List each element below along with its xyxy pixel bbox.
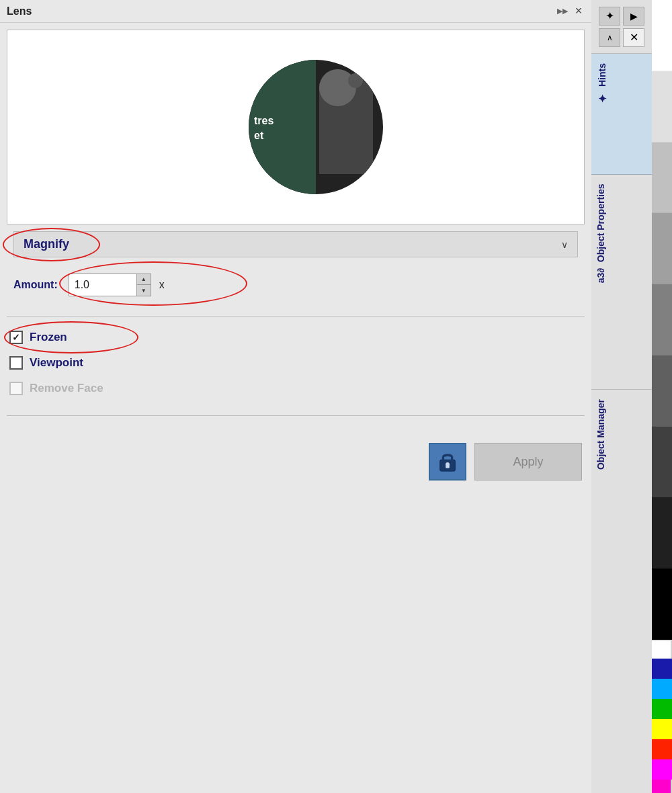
amount-spin-up[interactable]: ▲ bbox=[137, 274, 151, 285]
gray-swatch-6[interactable] bbox=[652, 427, 672, 498]
frozen-annotation-circle bbox=[4, 321, 138, 353]
checkboxes-section: ✓ Frozen Viewpoint Remove Face bbox=[0, 331, 591, 395]
lock-button[interactable] bbox=[429, 443, 466, 481]
viewpoint-label: Viewpoint bbox=[30, 356, 83, 370]
close-icon[interactable]: × bbox=[573, 5, 585, 17]
obj-manager-tab[interactable]: Object Manager bbox=[591, 390, 610, 479]
amount-spinners: ▲ ▼ bbox=[136, 274, 151, 296]
hints-tab[interactable]: ✦ Hints bbox=[591, 54, 612, 114]
expand-icon[interactable]: ▶▶ bbox=[556, 5, 569, 17]
viewpoint-checkbox-row[interactable]: Viewpoint bbox=[9, 356, 582, 370]
divider-bottom bbox=[7, 415, 585, 416]
amount-spin-down[interactable]: ▼ bbox=[137, 285, 151, 296]
gray-swatch-7[interactable] bbox=[652, 497, 672, 569]
gray-swatches bbox=[652, 0, 672, 640]
divider-top bbox=[7, 317, 585, 317]
hints-icon: ✦ bbox=[595, 92, 608, 105]
preview-area: tres et bbox=[7, 30, 585, 224]
title-icons: ▶▶ × bbox=[556, 5, 585, 17]
extra-swatch[interactable] bbox=[652, 780, 671, 793]
hints-tab-label: Hints bbox=[597, 63, 607, 87]
color-swatches bbox=[652, 659, 672, 780]
remove-face-label: Remove Face bbox=[30, 382, 103, 395]
remove-face-checkbox-row: Remove Face bbox=[9, 382, 582, 395]
color-swatch-3[interactable] bbox=[652, 719, 672, 739]
lens-type-label: Magnify bbox=[24, 237, 69, 251]
svg-point-2 bbox=[446, 462, 450, 466]
viewpoint-checkbox[interactable] bbox=[9, 356, 23, 370]
gray-swatch-5[interactable] bbox=[652, 356, 672, 427]
apply-button[interactable]: Apply bbox=[474, 443, 582, 481]
frozen-checkbox[interactable]: ✓ bbox=[9, 331, 23, 344]
obj-properties-tab-label: Object Properties bbox=[595, 184, 606, 263]
top-icon-scatter[interactable]: ✦ bbox=[599, 7, 620, 26]
amount-label: Amount: bbox=[13, 279, 58, 291]
gray-swatch-0[interactable] bbox=[652, 0, 672, 71]
top-icon-x[interactable]: ✕ bbox=[623, 28, 644, 47]
obj-properties-tab[interactable]: a3∂ Object Properties bbox=[591, 175, 610, 292]
obj-manager-tab-section: Object Manager bbox=[591, 390, 652, 793]
obj-props-icon: a3∂ bbox=[595, 268, 606, 284]
lens-type-section: Magnify ∨ bbox=[7, 231, 585, 257]
apply-label: Apply bbox=[513, 455, 543, 469]
top-icon-up[interactable]: ∧ bbox=[599, 28, 620, 47]
color-swatch-1[interactable] bbox=[652, 679, 672, 699]
lens-type-dropdown[interactable]: Magnify ∨ bbox=[13, 231, 578, 257]
frozen-checkbox-row[interactable]: ✓ Frozen bbox=[9, 331, 582, 344]
gray-swatch-1[interactable] bbox=[652, 71, 672, 142]
hints-tab-section: ✦ Hints bbox=[591, 54, 652, 175]
swatches-area bbox=[652, 0, 672, 793]
top-icon-play[interactable]: ▶ bbox=[623, 7, 644, 26]
buttons-row: Apply bbox=[0, 429, 591, 501]
preview-image: tres et bbox=[7, 30, 584, 224]
white-swatch[interactable] bbox=[652, 640, 671, 659]
frozen-label: Frozen bbox=[30, 331, 67, 344]
top-tool-icons: ✦ ▶ ∧ ✕ bbox=[591, 0, 652, 54]
obj-properties-tab-section: a3∂ Object Properties bbox=[591, 175, 652, 390]
amount-section: Amount: ▲ ▼ x bbox=[0, 257, 591, 303]
amount-input[interactable] bbox=[69, 274, 136, 296]
color-swatch-2[interactable] bbox=[652, 699, 672, 719]
panel-title: Lens bbox=[7, 5, 32, 17]
photo-text-line1: tres bbox=[254, 114, 274, 128]
color-swatch-0[interactable] bbox=[652, 659, 672, 679]
title-bar: Lens ▶▶ × bbox=[0, 0, 591, 23]
right-panel: ✦ ▶ ∧ ✕ ✦ Hints a3∂ Object Properties bbox=[591, 0, 672, 793]
color-swatch-4[interactable] bbox=[652, 739, 672, 759]
amount-input-wrapper: ▲ ▼ bbox=[69, 274, 151, 296]
remove-face-checkbox bbox=[9, 382, 23, 395]
gray-swatch-3[interactable] bbox=[652, 213, 672, 284]
tabs-area: ✦ ▶ ∧ ✕ ✦ Hints a3∂ Object Properties bbox=[591, 0, 652, 793]
dropdown-arrow-icon: ∨ bbox=[561, 239, 568, 250]
frozen-checkmark: ✓ bbox=[12, 332, 20, 343]
obj-mgr-label: Object Manager bbox=[595, 399, 606, 470]
gray-swatch-2[interactable] bbox=[652, 142, 672, 214]
photo-text-line2: et bbox=[254, 128, 274, 143]
amount-unit: x bbox=[159, 279, 165, 291]
color-swatch-5[interactable] bbox=[652, 759, 672, 780]
lock-icon bbox=[437, 451, 458, 472]
gray-swatch-8[interactable] bbox=[652, 569, 672, 640]
gray-swatch-4[interactable] bbox=[652, 284, 672, 356]
